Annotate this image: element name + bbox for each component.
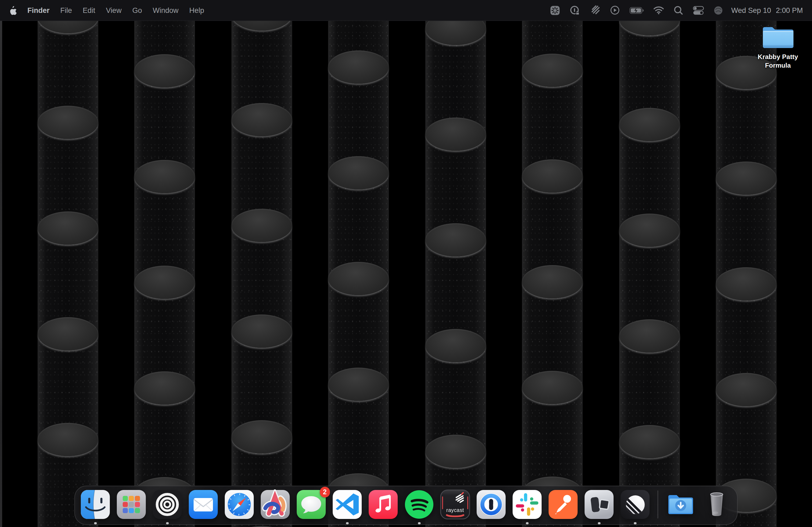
cylinder-cap <box>37 211 98 245</box>
raycast-menubar-icon[interactable] <box>550 5 560 15</box>
postman-icon <box>548 490 578 520</box>
cylinder-cap <box>522 371 582 404</box>
safari-icon <box>224 490 254 520</box>
dock-item-launchpad[interactable] <box>116 490 146 520</box>
dock-item-spotify[interactable] <box>404 490 434 520</box>
dock-item-mail[interactable] <box>188 490 218 520</box>
wallpaper-edge-cylinder <box>0 0 2 527</box>
menu-file[interactable]: File <box>55 6 77 14</box>
vscode-icon <box>332 490 362 520</box>
dock-item-apple-music[interactable] <box>368 490 398 520</box>
cylinder-cap <box>328 367 389 401</box>
menu-view[interactable]: View <box>101 6 127 14</box>
desktop-wallpaper <box>0 0 812 527</box>
dock-item-trash[interactable] <box>702 490 732 520</box>
concentric-circles-app-icon <box>152 490 182 520</box>
cylinder-cap <box>425 329 486 362</box>
cylinder-cap <box>425 435 486 468</box>
notification-badge: 2 <box>320 487 330 497</box>
cylinder-cap <box>425 223 486 257</box>
cylinder-cap <box>522 160 582 193</box>
cylinder-cap <box>37 317 98 350</box>
wallpaper-cylinder-column <box>522 0 582 527</box>
dock-item-arc-browser[interactable] <box>260 490 290 520</box>
cylinder-cap <box>715 162 776 195</box>
menu-go[interactable]: Go <box>127 6 147 14</box>
menu-window[interactable]: Window <box>147 6 184 14</box>
slack-icon <box>512 490 542 520</box>
dock-item-vscode[interactable] <box>332 490 362 520</box>
mail-icon <box>188 490 218 520</box>
cylinder-cap <box>231 420 292 453</box>
menu-edit[interactable]: Edit <box>77 6 101 14</box>
dock-item-slack[interactable] <box>512 490 542 520</box>
menu-help[interactable]: Help <box>184 6 210 14</box>
dock-item-concentric-circles-app[interactable] <box>152 490 182 520</box>
cylinder-cap <box>715 267 776 301</box>
menu-bar: FinderFileEditViewGoWindowHelp Wed Sep 1… <box>0 0 812 21</box>
dock-item-raycast[interactable]: raycast <box>440 490 470 520</box>
wallpaper-cylinder-column <box>134 0 195 527</box>
cylinder-cap <box>522 54 582 87</box>
raycast-icon <box>440 490 470 520</box>
running-indicator <box>94 522 97 524</box>
cylinder-cap <box>134 160 195 193</box>
klack-menubar-icon[interactable] <box>590 5 600 16</box>
wallpaper-cylinder-column <box>715 0 776 527</box>
control-center-icon[interactable] <box>693 6 704 15</box>
battery-charging-icon[interactable] <box>629 7 644 14</box>
wallpaper-cylinder-column <box>619 0 680 527</box>
iphone-mirroring-icon <box>584 490 614 520</box>
desktop-folder-krabby-patty[interactable]: Krabby Patty Formula <box>752 24 804 70</box>
clock-date: Wed Sep 10 <box>731 6 771 14</box>
cylinder-cap <box>134 266 195 299</box>
menu-bar-clock[interactable]: Wed Sep 10 2:00 PM <box>731 6 803 14</box>
cylinder-cap <box>37 106 98 139</box>
macos-desktop: FinderFileEditViewGoWindowHelp Wed Sep 1… <box>0 0 812 527</box>
cylinder-cap <box>231 103 292 136</box>
cylinder-cap <box>619 319 680 352</box>
cylinder-cap <box>328 156 389 190</box>
running-indicator <box>526 522 528 524</box>
dock-item-iphone-mirroring[interactable] <box>584 490 614 520</box>
running-indicator <box>418 522 420 524</box>
arc-browser-icon <box>260 490 290 520</box>
dock: 2raycast <box>74 486 738 525</box>
wallpaper-cylinder-column <box>231 0 292 527</box>
folder-icon <box>752 24 804 51</box>
clock-time: 2:00 PM <box>776 6 803 14</box>
dock-item-one-password[interactable] <box>476 490 506 520</box>
cylinder-cap <box>522 265 582 298</box>
cylinder-cap <box>231 209 292 242</box>
cylinder-cap <box>715 373 776 406</box>
cylinder-cap <box>619 425 680 458</box>
apple-music-icon <box>368 490 398 520</box>
dock-item-postman[interactable] <box>548 490 578 520</box>
launchpad-icon <box>116 490 146 520</box>
cylinder-cap <box>425 118 486 151</box>
spotlight-search-icon[interactable] <box>673 5 683 15</box>
cylinder-cap <box>231 315 292 348</box>
cylinder-cap <box>134 371 195 405</box>
finder-icon <box>80 490 110 520</box>
dock-item-safari[interactable] <box>224 490 254 520</box>
wifi-icon[interactable] <box>653 6 664 15</box>
menu-finder[interactable]: Finder <box>22 6 55 14</box>
spotify-icon <box>404 490 434 520</box>
apple-menu[interactable] <box>9 5 17 15</box>
cylinder-cap <box>328 50 389 84</box>
one-password-menubar-icon[interactable] <box>569 4 580 16</box>
now-playing-icon[interactable] <box>609 5 620 16</box>
dock-item-finder[interactable] <box>80 490 110 520</box>
dock-item-downloads-folder[interactable] <box>666 490 696 520</box>
dock-item-messages[interactable]: 2 <box>296 490 326 520</box>
cylinder-cap <box>37 423 98 456</box>
cylinder-cap <box>231 526 292 527</box>
circular-swirl-menubar-icon[interactable] <box>713 5 723 15</box>
cylinder-cap <box>619 108 680 141</box>
running-indicator <box>634 522 636 524</box>
trash-icon <box>702 490 732 520</box>
dock-item-klack[interactable] <box>620 490 650 520</box>
running-indicator <box>598 522 600 524</box>
running-indicator <box>346 522 349 524</box>
